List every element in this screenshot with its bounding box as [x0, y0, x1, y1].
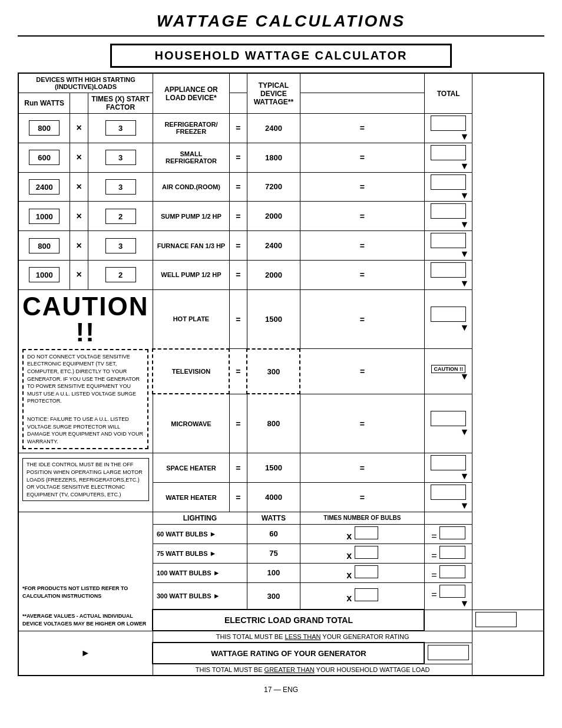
- footnote2: **AVERAGE VALUES - ACTUAL INDIVIDUAL DEV…: [22, 612, 148, 628]
- footnote1: *FOR PRODUCTS NOT LISTED REFER TO CALCUL…: [22, 585, 148, 601]
- table-row: 600 × 3 SMALL REFRIGERATOR = 1800 = ▼: [18, 143, 544, 172]
- caution-title: CAUTION !!: [22, 294, 148, 345]
- page: WATTAGE CALCULATIONS HOUSEHOLD WATTAGE C…: [0, 0, 562, 728]
- table-row: 800 × 3 REFRIGERATOR/FREEZER = 2400 = ▼: [18, 114, 544, 143]
- equals-sign2: =: [300, 114, 424, 143]
- hot-plate-device: HOT PLATE: [153, 289, 229, 349]
- typical-wattage-header: TYPICAL DEVICE WATTAGE**: [247, 73, 300, 114]
- bulb-label-100: 100 WATT BULBS ►: [153, 563, 247, 582]
- bulb-label-75: 75 WATT BULBS ►: [153, 543, 247, 563]
- water-heater-wattage: 4000: [247, 483, 300, 512]
- wattage-val: 2400: [247, 114, 300, 143]
- times-100: x: [300, 563, 424, 582]
- greater-than-text: THIS TOTAL MUST BE GREATER THAN YOUR HOU…: [153, 664, 472, 676]
- bulb-watts-100: 100: [247, 563, 300, 582]
- times-60: x: [300, 524, 424, 543]
- television-device: TELEVISION: [153, 349, 229, 394]
- times-number-header: TIMES NUMBER OF BULBS: [300, 512, 424, 524]
- times-symbol: ×: [70, 114, 88, 143]
- watts-col-header: WATTS: [247, 512, 300, 524]
- table-row: 1000 × 2 SUMP PUMP 1/2 HP = 2000 = ▼: [18, 202, 544, 231]
- run-val: 800: [29, 120, 59, 136]
- less-than-text: THIS TOTAL MUST BE LESS THAN YOUR GENERA…: [153, 631, 472, 643]
- less-than-row: THIS TOTAL MUST BE LESS THAN YOUR GENERA…: [18, 631, 544, 643]
- down-arrow: ▼: [428, 133, 470, 141]
- wattage-rating-label: WATTAGE RATING OF YOUR GENERATOR: [153, 643, 424, 664]
- generator-rating-input[interactable]: [428, 645, 469, 660]
- bulb-watts-300: 300: [247, 582, 300, 610]
- bulb-label-60: 60 WATT BULBS ►: [153, 524, 247, 543]
- table-row: 1000 × 2 WELL PUMP 1/2 HP = 2000 = ▼: [18, 260, 544, 289]
- times-300: x: [300, 582, 424, 610]
- bulb-watts-60: 60: [247, 524, 300, 543]
- idle-notice: THE IDLE CONTROL MUST BE IN THE OFF POSI…: [22, 458, 149, 501]
- space-heater-device: SPACE HEATER: [153, 453, 229, 483]
- space-heater-row: THE IDLE CONTROL MUST BE IN THE OFF POSI…: [18, 453, 544, 483]
- calculator-title-box: HOUSEHOLD WATTAGE CALCULATOR: [110, 44, 452, 68]
- microwave-device: MICROWAVE: [153, 394, 229, 453]
- television-wattage: 300: [247, 349, 300, 394]
- caution-hotplate-row: CAUTION !! DO NOT CONNECT VOLTAGE SENSIT…: [18, 289, 544, 349]
- caution-notice: DO NOT CONNECT VOLTAGE SENSITIVE ELECTRO…: [27, 353, 144, 405]
- device-label: REFRIGERATOR/FREEZER: [153, 114, 229, 143]
- lighting-header: LIGHTING: [153, 512, 247, 524]
- grand-total-label: ELECTRIC LOAD GRAND TOTAL: [153, 610, 424, 631]
- total-input[interactable]: [431, 116, 466, 131]
- grand-total-input[interactable]: [475, 612, 517, 627]
- times-factor-header: TIMES (X) START FACTOR: [88, 93, 153, 114]
- main-title: WATTAGE CALCULATIONS: [18, 12, 544, 37]
- times-75: x: [300, 543, 424, 563]
- run-watts-header: Run WATTS: [18, 93, 70, 114]
- bulb-label-300: 300 WATT BULBS ►: [153, 582, 247, 610]
- equals-sign: =: [229, 114, 247, 143]
- microwave-wattage: 800: [247, 394, 300, 453]
- wattage-rating-row: ► WATTAGE RATING OF YOUR GENERATOR: [18, 643, 544, 664]
- page-number: 17 — ENG: [18, 686, 544, 694]
- appliance-header: APPLIANCE OR LOAD DEVICE*: [153, 73, 229, 114]
- greater-than-row: THIS TOTAL MUST BE GREATER THAN YOUR HOU…: [18, 664, 544, 676]
- table-row: 2400 × 3 AIR COND.(ROOM) = 7200 = ▼: [18, 172, 544, 202]
- water-heater-device: WATER HEATER: [153, 483, 229, 512]
- equals-header: [229, 73, 247, 93]
- lighting-header-row: *FOR PRODUCTS NOT LISTED REFER TO CALCUL…: [18, 512, 544, 524]
- caution-notice2: NOTICE: FAILURE TO USE A U.L. LISTED VOL…: [27, 416, 144, 445]
- space-heater-wattage: 1500: [247, 453, 300, 483]
- table-row: 800 × 3 FURNACE FAN 1/3 HP = 2400 = ▼: [18, 231, 544, 261]
- main-table: DEVICES WITH HIGH STARTING (INDUCTIVE)LO…: [18, 73, 544, 676]
- total-header: TOTAL: [424, 73, 472, 114]
- header-row-1: DEVICES WITH HIGH STARTING (INDUCTIVE)LO…: [18, 73, 544, 93]
- calculator-title: HOUSEHOLD WATTAGE CALCULATOR: [118, 49, 444, 62]
- inductive-loads-header: DEVICES WITH HIGH STARTING (INDUCTIVE)LO…: [18, 73, 153, 93]
- bulb-watts-75: 75: [247, 543, 300, 563]
- factor-val: 3: [105, 120, 136, 136]
